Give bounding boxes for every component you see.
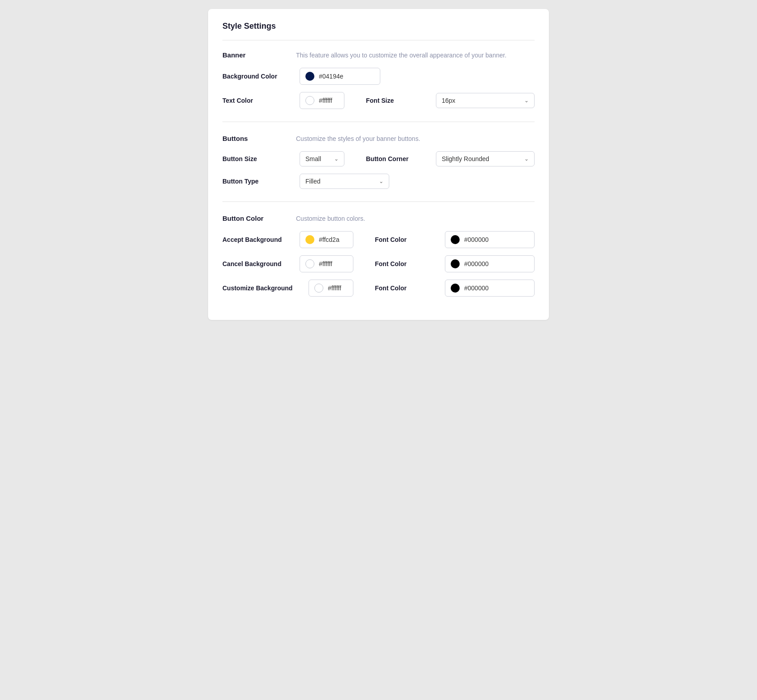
cancel-font-swatch <box>451 259 460 268</box>
customize-font-label: Font Color <box>375 284 438 292</box>
font-size-value: 16px <box>442 97 455 104</box>
accept-font-group: Font Color #000000 <box>375 231 535 248</box>
button-size-label: Button Size <box>222 155 285 162</box>
banner-description: This feature allows you to customize the… <box>296 52 506 59</box>
background-color-label: Background Color <box>222 73 285 80</box>
accept-font-input[interactable]: #000000 <box>445 231 535 248</box>
cancel-bg-label: Cancel Background <box>222 260 285 267</box>
background-color-row: Background Color #04194e <box>222 68 535 85</box>
accept-bg-value: #ffcd2a <box>319 236 339 243</box>
buttons-label: Buttons <box>222 135 285 142</box>
customize-background-row: Customize Background #ffffff Font Color … <box>222 280 535 297</box>
cancel-bg-input[interactable]: #ffffff <box>300 255 353 272</box>
button-type-select[interactable]: Filled ⌄ <box>300 174 389 189</box>
text-color-value: #ffffff <box>319 97 332 104</box>
accept-background-row: Accept Background #ffcd2a Font Color #00… <box>222 231 535 248</box>
divider-2 <box>222 201 535 202</box>
accept-bg-swatch <box>305 235 314 244</box>
button-corner-chevron-icon: ⌄ <box>524 156 529 162</box>
customize-bg-input[interactable]: #ffffff <box>309 280 353 297</box>
font-size-label: Font Size <box>366 97 429 104</box>
button-type-label: Button Type <box>222 178 285 185</box>
accept-font-value: #000000 <box>464 236 489 243</box>
customize-font-input[interactable]: #000000 <box>445 280 535 297</box>
button-corner-value: Slightly Rounded <box>442 155 489 162</box>
banner-section-header: Banner This feature allows you to custom… <box>222 51 535 59</box>
button-type-chevron-icon: ⌄ <box>379 178 383 184</box>
cancel-font-value: #000000 <box>464 260 489 267</box>
cancel-bg-value: #ffffff <box>319 260 332 267</box>
banner-label: Banner <box>222 51 285 59</box>
button-corner-select[interactable]: Slightly Rounded ⌄ <box>436 151 535 166</box>
accept-font-swatch <box>451 235 460 244</box>
accept-bg-input[interactable]: #ffcd2a <box>300 231 353 248</box>
cancel-font-group: Font Color #000000 <box>375 255 535 272</box>
text-color-label: Text Color <box>222 97 285 104</box>
accept-bg-label: Accept Background <box>222 236 285 243</box>
buttons-section-header: Buttons Customize the styles of your ban… <box>222 135 535 142</box>
buttons-description: Customize the styles of your banner butt… <box>296 135 420 142</box>
button-size-chevron-icon: ⌄ <box>334 156 339 162</box>
button-color-section: Button Color Customize button colors. Ac… <box>222 214 535 297</box>
text-color-font-size-row: Text Color #ffffff Font Size 16px ⌄ <box>222 92 535 109</box>
panel-title: Style Settings <box>222 22 535 40</box>
font-size-group: Font Size 16px ⌄ <box>366 93 535 108</box>
button-corner-label: Button Corner <box>366 155 429 162</box>
button-size-value: Small <box>305 155 321 162</box>
font-size-select[interactable]: 16px ⌄ <box>436 93 535 108</box>
customize-font-swatch <box>451 284 460 293</box>
button-type-row: Button Type Filled ⌄ <box>222 174 535 189</box>
customize-font-group: Font Color #000000 <box>375 280 535 297</box>
customize-bg-label: Customize Background <box>222 284 294 292</box>
buttons-section: Buttons Customize the styles of your ban… <box>222 135 535 189</box>
font-size-chevron-icon: ⌄ <box>524 97 529 104</box>
customize-bg-value: #ffffff <box>328 284 341 292</box>
cancel-bg-swatch <box>305 259 314 268</box>
style-settings-panel: Style Settings Banner This feature allow… <box>208 9 549 320</box>
cancel-background-row: Cancel Background #ffffff Font Color #00… <box>222 255 535 272</box>
text-color-input[interactable]: #ffffff <box>300 92 344 109</box>
button-color-label: Button Color <box>222 214 285 222</box>
divider-1 <box>222 122 535 122</box>
background-color-input[interactable]: #04194e <box>300 68 380 85</box>
button-corner-group: Button Corner Slightly Rounded ⌄ <box>366 151 535 166</box>
button-size-corner-row: Button Size Small ⌄ Button Corner Slight… <box>222 151 535 166</box>
cancel-font-input[interactable]: #000000 <box>445 255 535 272</box>
button-size-select[interactable]: Small ⌄ <box>300 151 344 166</box>
customize-font-value: #000000 <box>464 284 489 292</box>
accept-font-label: Font Color <box>375 236 438 243</box>
button-color-section-header: Button Color Customize button colors. <box>222 214 535 222</box>
background-color-value: #04194e <box>319 73 344 80</box>
banner-section: Banner This feature allows you to custom… <box>222 51 535 109</box>
button-type-value: Filled <box>305 178 320 185</box>
customize-bg-swatch <box>314 284 323 293</box>
button-color-description: Customize button colors. <box>296 215 365 222</box>
cancel-font-label: Font Color <box>375 260 438 267</box>
text-color-swatch <box>305 96 314 105</box>
background-color-swatch <box>305 72 314 81</box>
